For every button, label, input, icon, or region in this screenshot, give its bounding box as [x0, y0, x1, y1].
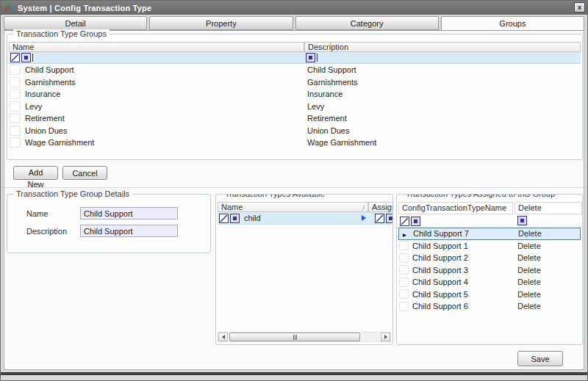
- row-selector[interactable]: [399, 277, 409, 287]
- assigned-filter-row[interactable]: [398, 216, 581, 227]
- delete-link[interactable]: Delete: [512, 266, 541, 275]
- panel-caption: Transaction Types Available: [222, 194, 328, 198]
- row-selector[interactable]: [399, 289, 409, 299]
- group-description-cell: Insurance: [303, 90, 343, 98]
- window-bottom-border: [1, 372, 587, 375]
- panel-caption: Transaction Type Groups: [13, 29, 110, 38]
- scroll-right-button[interactable]: [381, 333, 390, 341]
- tab-category[interactable]: Category: [295, 16, 439, 30]
- column-header-configtransactiontypename[interactable]: ConfigTransactionTypeName: [398, 202, 513, 214]
- assigned-type-name-cell: Child Support 3: [409, 266, 512, 275]
- tab-groups[interactable]: Groups: [441, 16, 584, 31]
- table-row[interactable]: Child Support 3 Delete: [398, 264, 581, 277]
- table-row[interactable]: Child Support Child Support: [9, 64, 581, 76]
- types-assigned-panel: Transaction Types Assigned to this Group…: [396, 194, 583, 345]
- filter-box-icon[interactable]: [386, 214, 393, 223]
- group-description-cell: Wage Garnishment: [303, 138, 376, 147]
- column-header-label: Name: [221, 203, 243, 211]
- column-header-name[interactable]: Name: [9, 42, 304, 52]
- row-selector[interactable]: [399, 253, 409, 263]
- cancel-button[interactable]: Cancel: [62, 166, 107, 180]
- edit-filter-icon[interactable]: [219, 214, 229, 223]
- add-new-button[interactable]: Add New: [13, 166, 58, 180]
- delete-link[interactable]: Delete: [512, 302, 541, 311]
- column-header-description[interactable]: Description: [304, 42, 581, 52]
- table-row[interactable]: Child Support 5 Delete: [398, 289, 581, 301]
- current-cell-arrow-icon: [362, 215, 366, 221]
- name-field[interactable]: [80, 207, 178, 219]
- assigned-grid-header: ConfigTransactionTypeName Delete: [398, 202, 582, 214]
- row-selector[interactable]: [10, 101, 21, 112]
- row-selector[interactable]: [400, 229, 409, 239]
- assigned-type-name-cell: Child Support 5: [409, 290, 512, 299]
- row-selector[interactable]: [399, 265, 409, 275]
- table-row[interactable]: Child Support 6 Delete: [398, 300, 581, 313]
- table-row[interactable]: Garnishments Garnishments: [9, 76, 581, 89]
- column-header-assigned[interactable]: Assigned: [368, 202, 393, 212]
- table-row[interactable]: Union Dues Union Dues: [9, 125, 581, 137]
- row-selector[interactable]: [10, 77, 21, 87]
- delete-link[interactable]: Delete: [512, 242, 541, 250]
- edit-filter-icon[interactable]: [400, 217, 409, 226]
- table-row[interactable]: Child Support 2 Delete: [398, 252, 581, 264]
- group-description-cell: Levy: [303, 102, 324, 111]
- groups-filter-row[interactable]: [9, 52, 581, 64]
- filter-box-icon[interactable]: [517, 216, 527, 225]
- text-caret: [32, 54, 33, 62]
- tab-detail[interactable]: Detail: [4, 16, 147, 30]
- delete-link[interactable]: Delete: [512, 253, 541, 262]
- close-button[interactable]: x: [574, 2, 585, 12]
- row-selector[interactable]: [10, 137, 21, 148]
- delete-link[interactable]: Delete: [512, 290, 541, 299]
- tab-property[interactable]: Property: [149, 16, 293, 30]
- group-name-cell: Union Dues: [21, 126, 303, 135]
- horizontal-scrollbar[interactable]: [218, 332, 391, 342]
- row-selector[interactable]: [399, 302, 409, 311]
- table-row[interactable]: Levy Levy: [9, 101, 581, 113]
- row-selector[interactable]: [10, 126, 21, 136]
- delete-filter-cell[interactable]: [516, 216, 527, 227]
- edit-filter-icon[interactable]: [10, 53, 20, 62]
- text-caret: [317, 54, 318, 62]
- column-header-name[interactable]: Name /: [218, 202, 368, 212]
- name-filter-input[interactable]: child: [244, 214, 261, 222]
- assigned-filter-cell[interactable]: [373, 214, 393, 223]
- save-button[interactable]: Save: [517, 351, 563, 366]
- types-available-panel: Transaction Types Available Name / Assig…: [215, 194, 393, 345]
- row-selector[interactable]: [10, 65, 21, 75]
- description-field[interactable]: [80, 225, 178, 237]
- filter-box-icon[interactable]: [230, 214, 240, 223]
- assigned-type-name-cell: Child Support 4: [409, 277, 512, 286]
- scrollbar-thumb[interactable]: [229, 333, 360, 341]
- group-description-cell: Garnishments: [303, 78, 357, 87]
- column-header-delete[interactable]: Delete: [514, 202, 582, 214]
- table-row[interactable]: Child Support 7 Delete: [398, 228, 581, 240]
- filter-box-icon[interactable]: [21, 53, 31, 62]
- edit-filter-icon[interactable]: [375, 214, 384, 223]
- assigned-type-name-cell: Child Support 7: [409, 229, 512, 238]
- scroll-left-button[interactable]: [218, 333, 228, 341]
- filter-box-icon[interactable]: [411, 217, 420, 226]
- table-row[interactable]: Wage Garnishment Wage Garnishment: [9, 137, 581, 149]
- available-grid-header: Name / Assigned: [218, 202, 393, 212]
- groups-tab-page: Transaction Type Groups Name Description: [4, 30, 584, 370]
- table-row[interactable]: Retirement Retirement: [9, 112, 581, 125]
- available-filter-row[interactable]: child: [218, 212, 391, 225]
- filter-box-icon[interactable]: [306, 53, 315, 62]
- delete-link[interactable]: Delete: [512, 277, 541, 286]
- row-selector[interactable]: [10, 89, 21, 99]
- group-description-cell: Retirement: [303, 114, 347, 123]
- panel-caption: Transaction Type Group Details: [13, 189, 132, 198]
- table-row[interactable]: Child Support 4 Delete: [398, 276, 581, 289]
- row-selector[interactable]: [399, 241, 409, 250]
- group-name-cell: Retirement: [21, 114, 303, 123]
- title-bar[interactable]: System | Config Transaction Type x: [1, 1, 587, 15]
- group-description-cell: Union Dues: [303, 126, 349, 135]
- row-selector[interactable]: [10, 113, 21, 123]
- table-row[interactable]: Child Support 1 Delete: [398, 240, 581, 253]
- assigned-type-name-cell: Child Support 2: [409, 253, 512, 262]
- description-filter-cell[interactable]: [304, 53, 318, 62]
- dialog-window: System | Config Transaction Type x Detai…: [0, 0, 588, 381]
- table-row[interactable]: Insurance Insurance: [9, 88, 581, 101]
- delete-link[interactable]: Delete: [512, 229, 542, 238]
